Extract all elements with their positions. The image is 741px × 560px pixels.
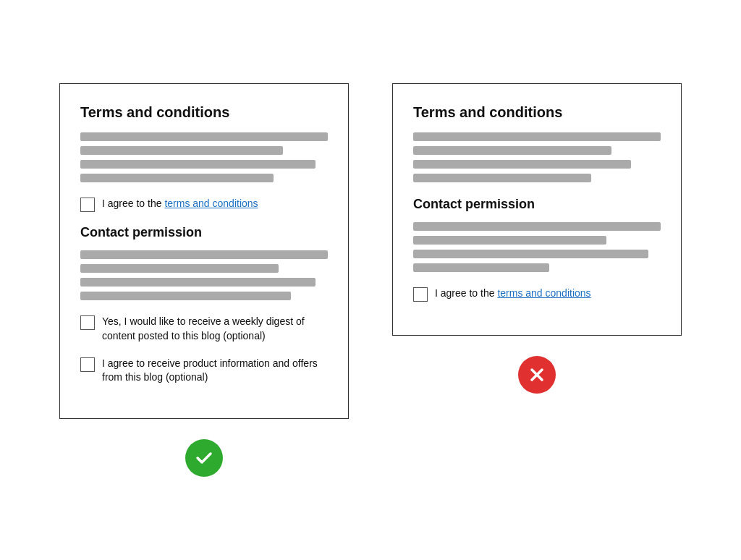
left-terms-checkbox-label: I agree to the terms and conditions	[102, 197, 258, 211]
left-contact-text-lines	[80, 250, 328, 300]
left-terms-text-lines	[80, 132, 328, 182]
left-wrapper: Terms and conditions I agree to the term…	[59, 83, 349, 476]
right-contact-title: Contact permission	[413, 197, 661, 212]
right-wrapper: Terms and conditions Contact permission …	[392, 83, 682, 394]
left-contact-checkbox-row-1: Yes, I would like to receive a weekly di…	[80, 315, 328, 343]
left-terms-title: Terms and conditions	[80, 104, 328, 121]
text-line	[413, 263, 549, 272]
text-line	[413, 250, 648, 258]
text-line	[80, 132, 328, 141]
text-line	[80, 174, 274, 182]
right-terms-title: Terms and conditions	[413, 104, 661, 121]
right-terms-checkbox[interactable]	[413, 287, 428, 302]
text-line	[80, 250, 328, 259]
text-line	[80, 292, 291, 300]
right-terms-text-lines	[413, 132, 661, 182]
text-line	[80, 278, 316, 287]
text-line	[80, 264, 279, 273]
cross-icon	[527, 365, 547, 385]
text-line	[80, 146, 283, 155]
text-line	[413, 160, 631, 169]
left-terms-checkbox-row: I agree to the terms and conditions	[80, 197, 328, 212]
left-contact-checkbox-row-2: I agree to receive product information a…	[80, 357, 328, 385]
left-contact-checkbox-label-1: Yes, I would like to receive a weekly di…	[102, 315, 328, 343]
main-container: Terms and conditions I agree to the term…	[45, 69, 696, 491]
right-contact-text-lines	[413, 222, 661, 272]
text-line	[413, 236, 606, 245]
left-contact-checkbox-1[interactable]	[80, 315, 95, 330]
left-terms-link[interactable]: terms and conditions	[164, 198, 258, 209]
red-cross-badge	[518, 356, 556, 394]
right-terms-checkbox-row: I agree to the terms and conditions	[413, 287, 661, 302]
green-check-badge	[185, 439, 223, 477]
text-line	[80, 160, 316, 169]
left-contact-title: Contact permission	[80, 225, 328, 240]
left-card: Terms and conditions I agree to the term…	[59, 83, 349, 418]
text-line	[413, 146, 611, 155]
left-contact-checkbox-label-2: I agree to receive product information a…	[102, 357, 328, 385]
right-terms-link[interactable]: terms and conditions	[497, 287, 590, 299]
left-terms-checkbox[interactable]	[80, 198, 95, 212]
right-card: Terms and conditions Contact permission …	[392, 83, 682, 336]
checkmark-icon	[194, 448, 214, 468]
text-line	[413, 222, 661, 231]
text-line	[413, 132, 661, 141]
left-contact-checkbox-2[interactable]	[80, 357, 95, 372]
text-line	[413, 174, 591, 182]
right-terms-checkbox-label: I agree to the terms and conditions	[435, 287, 591, 301]
